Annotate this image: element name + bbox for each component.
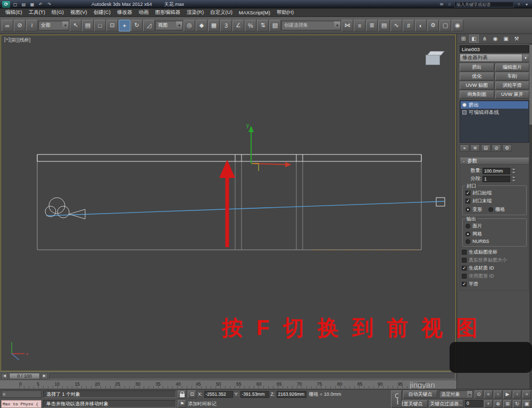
time-slider-prev-icon[interactable]: ◄ <box>1 373 8 379</box>
mesh-radio[interactable] <box>466 232 470 236</box>
current-frame-field[interactable]: 0 <box>465 400 483 407</box>
menu-maxscript[interactable]: MAXScript(M) <box>236 9 273 17</box>
snap-toggle-3d-icon[interactable]: 3 <box>220 20 232 31</box>
object-name-field[interactable]: Line003 <box>460 45 529 53</box>
previous-frame-icon[interactable]: ‹ <box>494 390 502 398</box>
add-time-tag-label[interactable]: 添加时间标记 <box>188 401 217 407</box>
menu-edit[interactable]: 编辑(E) <box>2 9 26 17</box>
modifier-button-uvw-map[interactable]: UVW 贴图 <box>460 81 494 89</box>
pan-icon[interactable]: + <box>484 400 493 408</box>
maximize-viewport-icon[interactable]: ▣ <box>522 400 531 408</box>
reference-coordinate-combo[interactable]: 视图 ▾ <box>155 21 183 30</box>
modifier-list-dropdown[interactable]: 修改器列表 ▾ <box>460 54 529 62</box>
mirror-icon[interactable]: ⋈ <box>342 20 353 31</box>
viewcube[interactable] <box>426 51 445 66</box>
menu-graph-editors[interactable]: 图形编辑器 <box>152 9 184 17</box>
go-to-start-icon[interactable]: « <box>484 390 493 398</box>
select-and-rotate-icon[interactable]: ↻ <box>131 20 143 31</box>
make-unique-icon[interactable]: ⊟ <box>481 144 491 152</box>
tab-motion-icon[interactable]: ◉ <box>491 35 500 43</box>
chevron-down-icon[interactable]: ▾ <box>522 54 529 61</box>
menu-group[interactable]: 组(G) <box>48 9 67 17</box>
schematic-view-icon[interactable]: # <box>403 20 414 31</box>
select-by-name-icon[interactable]: ▤ <box>82 20 94 31</box>
stack-item-editable-spline[interactable]: 可编辑样条线 <box>461 109 528 116</box>
tab-display-icon[interactable]: ▣ <box>501 35 511 43</box>
cap-start-checkbox[interactable] <box>466 191 470 195</box>
menu-tools[interactable]: 工具(T) <box>26 9 48 17</box>
amount-field[interactable]: 100.0mm <box>483 168 510 174</box>
selection-filter-combo[interactable]: 全部 ▾ <box>38 21 69 30</box>
viewport-front[interactable]: [+] [前] [线框] <box>1 35 456 371</box>
modifier-button-edit-patch[interactable]: 编辑面片 <box>495 63 530 71</box>
gen-mapping-checkbox[interactable] <box>462 250 467 255</box>
modifier-enabled-icon[interactable] <box>462 103 467 107</box>
help-icon[interactable]: ? <box>516 2 522 7</box>
time-slider-handle[interactable]: 0 / 100 <box>9 373 40 379</box>
application-menu-button[interactable]: ⟳ <box>2 1 10 8</box>
viewcube-front-face[interactable] <box>426 55 440 65</box>
select-and-scale-icon[interactable]: ◿ <box>143 20 155 31</box>
save-file-icon[interactable]: ▦ <box>29 1 36 7</box>
show-end-result-icon[interactable]: ≋ <box>470 144 480 152</box>
new-scene-icon[interactable]: ▢ <box>12 1 19 7</box>
tab-modify-icon[interactable]: ◧ <box>469 35 479 43</box>
zoom-extents-icon[interactable]: ⊞ <box>503 400 512 408</box>
select-and-move-icon[interactable]: + <box>119 20 130 31</box>
spin-up-icon[interactable]: ▲ <box>511 176 516 178</box>
key-mode-combo[interactable]: 选定对象 ▾ <box>439 390 473 398</box>
align-icon[interactable]: ≡ <box>354 20 365 31</box>
remove-modifier-icon[interactable]: ⊘ <box>492 144 501 152</box>
bind-to-space-warp-icon[interactable]: ≀ <box>26 20 38 31</box>
play-animation-icon[interactable]: ▶ <box>503 390 512 398</box>
realworld-checkbox[interactable] <box>462 258 467 263</box>
orbit-icon[interactable]: ↻ <box>513 400 521 408</box>
chevron-down-icon[interactable]: ▾ <box>176 21 182 30</box>
modifier-button-bevel-profile[interactable]: 倒角剖面 <box>460 91 494 99</box>
modifier-button-extrude[interactable]: 挤出 <box>460 63 494 71</box>
select-object-icon[interactable]: ↖ <box>70 20 81 31</box>
selection-lock-button[interactable] <box>178 390 186 398</box>
curve-editor-icon[interactable]: ∿ <box>390 20 402 31</box>
go-to-end-icon[interactable]: » <box>522 390 531 398</box>
favorites-star-icon[interactable]: ☆ <box>446 2 453 7</box>
transform-gizmo[interactable]: y <box>246 123 292 171</box>
nurbs-radio[interactable] <box>466 239 470 244</box>
redo-icon[interactable]: ↷ <box>46 1 53 7</box>
key-filters-button[interactable]: 关键点过滤器... <box>429 400 463 408</box>
extrusion-wireframe[interactable] <box>37 154 421 161</box>
material-editor-icon[interactable]: ◐ <box>415 20 427 31</box>
menu-help[interactable]: 帮助(H) <box>273 9 297 17</box>
rendered-frame-window-icon[interactable]: ▢ <box>439 20 451 31</box>
gen-matid-checkbox[interactable] <box>462 266 467 271</box>
rectangular-selection-region-icon[interactable]: □ <box>94 20 106 31</box>
spline-line[interactable] <box>46 201 444 216</box>
panel-scrollbar-thumb[interactable] <box>529 45 532 125</box>
set-keys-button[interactable] <box>391 390 402 408</box>
open-file-icon[interactable]: ▤ <box>20 1 27 7</box>
smooth-checkbox[interactable] <box>462 282 467 287</box>
layer-manager-icon[interactable]: ≣ <box>366 20 378 31</box>
spin-down-icon[interactable]: ▼ <box>511 171 516 174</box>
time-slider-next-icon[interactable]: ► <box>41 373 48 379</box>
segments-spinner[interactable]: ▲ ▼ <box>511 176 516 182</box>
menu-animation[interactable]: 动画 <box>135 9 152 17</box>
select-and-link-icon[interactable]: ∞ <box>2 20 13 31</box>
menu-customize[interactable]: 自定义(U) <box>207 9 236 17</box>
menu-modifiers[interactable]: 修改器 <box>114 9 136 17</box>
graphite-ribbon-icon[interactable]: ▤ <box>378 20 390 31</box>
time-tag-icon[interactable]: ⚑ <box>178 400 186 408</box>
menu-rendering[interactable]: 渲染(R) <box>184 9 207 17</box>
modifier-button-optimize[interactable]: 优化 <box>460 72 494 80</box>
tab-create-icon[interactable]: ⊞ <box>459 35 468 43</box>
key-mode-toggle-icon[interactable]: ⊙ <box>475 390 483 398</box>
modifier-button-turbosmooth[interactable]: 涡轮平滑 <box>495 81 530 89</box>
track-bar[interactable]: 0 5 10 15 20 25 30 35 40 45 50 55 60 65 … <box>0 380 456 389</box>
modifier-button-uvw-unwrap[interactable]: UVW 展开 <box>495 91 530 99</box>
pin-stack-icon[interactable]: ⌖ <box>460 144 469 152</box>
z-coordinate-field[interactable]: 2163.926mm <box>277 391 306 398</box>
tab-utilities-icon[interactable]: ⚒ <box>512 35 521 43</box>
grid-radio[interactable] <box>488 207 493 212</box>
window-crossing-icon[interactable]: ⊡ <box>106 20 118 31</box>
modifier-button-lathe[interactable]: 车削 <box>495 72 530 80</box>
